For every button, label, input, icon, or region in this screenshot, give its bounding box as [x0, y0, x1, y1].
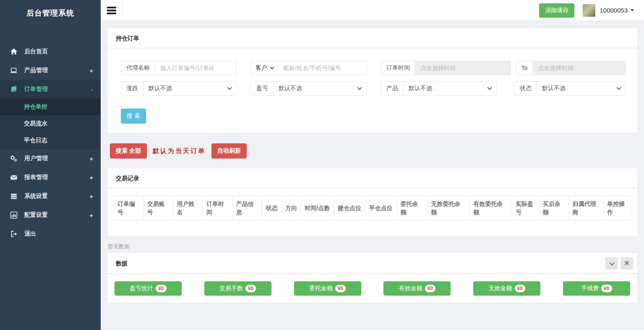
clear-cache-button[interactable]: 清除缓存	[539, 3, 574, 18]
order-time-to-group: To	[516, 61, 626, 75]
chevron-down-icon	[616, 85, 621, 90]
col-header: 归属代理商	[569, 196, 604, 221]
stat-profit-button[interactable]: 盈亏统计 ¥0	[115, 281, 182, 296]
stat-badge: ¥0	[156, 285, 166, 292]
close-button[interactable]: ✕	[621, 257, 633, 270]
customer-input[interactable]	[278, 61, 367, 75]
sidebar-item-system[interactable]: 系统设置 +	[0, 187, 101, 205]
sidebar-item-label: 配置设置	[24, 211, 48, 219]
stat-badge: ¥0	[245, 285, 256, 292]
sidebar-item-label: 产品管理	[24, 67, 48, 74]
main-area: 清除缓存 10000053 持仓订单 代理名称	[101, 0, 644, 330]
close-icon: ✕	[624, 260, 629, 267]
records-header-row: 订单编号 交易账号 用户姓名 订单时间 产品信息 状态 方向 时间/点数 建仓点…	[114, 196, 631, 221]
bar-chart-icon	[10, 211, 18, 219]
sidebar-item-trade-flow[interactable]: 交易流水	[0, 115, 101, 132]
sidebar-item-close-log[interactable]: 平仓日志	[0, 132, 101, 149]
sidebar-item-reports[interactable]: 报表管理 +	[0, 168, 101, 187]
product-field-group: 产品 默认不选	[381, 81, 497, 96]
updown-select[interactable]: 默认不选	[143, 81, 237, 96]
stat-valid-button[interactable]: 有效金额 ¥0	[383, 281, 451, 296]
stat-fee-button[interactable]: 手续费 ¥0	[563, 281, 630, 296]
chevron-down-icon	[357, 85, 362, 90]
col-header: 用户姓名	[173, 196, 203, 221]
username: 10000053	[600, 7, 628, 14]
caret-down-icon	[631, 9, 634, 11]
stat-badge: ¥0	[601, 285, 612, 292]
stat-entrust-button[interactable]: 委托金额 ¥0	[294, 281, 361, 296]
user-avatar[interactable]	[583, 4, 595, 17]
chevron-down-icon	[487, 85, 492, 90]
sidebar-item-label: 退出	[24, 230, 36, 238]
status-select[interactable]: 默认不选	[537, 81, 626, 96]
menu-toggle-button[interactable]	[101, 0, 123, 21]
collapse-button[interactable]	[605, 257, 618, 270]
data-panel-title: 数据	[116, 257, 128, 270]
orders-submenu: 持仓单控 交易流水 平仓日志	[0, 99, 101, 149]
order-time-range: 订单时间 To	[381, 61, 626, 75]
auto-refresh-button[interactable]: 自动刷新	[211, 143, 247, 159]
sidebar-item-config[interactable]: 配置设置 +	[0, 205, 101, 224]
agent-label: 代理名称	[121, 61, 155, 75]
product-select[interactable]: 默认不选	[403, 81, 497, 96]
sidebar-item-label: 持仓单控	[24, 103, 47, 111]
stat-badge: ¥0	[425, 285, 435, 292]
default-today-note: 默认为当天订单	[153, 147, 206, 155]
search-button[interactable]: 搜 索	[121, 109, 146, 124]
chevron-down-icon	[609, 260, 615, 265]
order-time-from-input[interactable]	[415, 61, 511, 75]
product-label: 产品	[381, 81, 403, 96]
profit-field-group: 盈亏 默认不选	[251, 81, 367, 96]
sidebar-item-position-control[interactable]: 持仓单控	[0, 99, 101, 115]
updown-field-group: 涨跌 默认不选	[121, 81, 237, 96]
user-menu[interactable]: 10000053	[600, 7, 634, 14]
order-time-label: 订单时间	[381, 61, 415, 75]
stat-badge: ¥0	[515, 285, 525, 292]
status-label: 状态	[514, 81, 537, 96]
book-icon	[10, 85, 18, 93]
customer-field-group: 客户	[251, 61, 367, 75]
order-time-to-input[interactable]	[532, 61, 626, 75]
col-header: 买后余额	[539, 196, 569, 221]
sidebar-item-label: 订单管理	[24, 86, 48, 93]
col-header: 有效委托余额	[470, 196, 512, 221]
records-panel-title: 交易记录	[116, 175, 139, 182]
actions-row: 搜索 全部 默认为当天订单 自动刷新	[110, 143, 638, 159]
profit-select[interactable]: 默认不选	[273, 81, 367, 96]
col-header: 状态	[262, 196, 282, 221]
sidebar-item-label: 报表管理	[24, 174, 48, 181]
sidebar-item-logout[interactable]: 退出	[0, 224, 101, 243]
search-all-button[interactable]: 搜索 全部	[110, 143, 147, 159]
sidebar-item-label: 系统设置	[24, 192, 48, 200]
sign-out-icon	[10, 230, 18, 238]
sidebar-item-label: 平仓日志	[24, 137, 47, 144]
stat-invalid-button[interactable]: 无效金额 ¥0	[473, 281, 540, 296]
sidebar-item-users[interactable]: 用户管理 +	[0, 149, 101, 168]
topbar: 清除缓存 10000053	[101, 0, 644, 21]
data-panel-header: 数据 ✕	[107, 253, 637, 274]
customer-select[interactable]: 客户	[251, 61, 278, 75]
col-header: 订单时间	[203, 196, 233, 221]
data-panel-tools: ✕	[605, 257, 633, 270]
sidebar-item-label: 后台首页	[24, 48, 48, 55]
sidebar-item-home[interactable]: 后台首页	[0, 42, 101, 61]
updown-label: 涨跌	[121, 81, 143, 96]
to-label: To	[516, 61, 533, 75]
data-panel: 数据 ✕ 盈亏统计 ¥0 交易手数 ¥0 委托金额 ¥0	[107, 252, 638, 303]
sidebar-nav: 后台首页 产品管理 + 订单管理 - 持仓单控 交易流水	[0, 42, 101, 243]
stat-lots-button[interactable]: 交易手数 ¥0	[204, 281, 271, 296]
minus-icon: -	[91, 86, 93, 93]
positions-panel-title: 持仓订单	[116, 35, 139, 42]
plus-icon: +	[89, 174, 93, 181]
col-header: 方向	[282, 196, 301, 221]
sidebar-item-products[interactable]: 产品管理 +	[0, 61, 101, 80]
list-icon	[10, 192, 18, 200]
empty-data-text: 暂无数据	[108, 243, 638, 250]
chevron-down-icon	[227, 85, 232, 90]
profit-label: 盈亏	[251, 81, 273, 96]
sidebar-item-orders[interactable]: 订单管理 -	[0, 80, 101, 99]
records-table-wrap: 订单编号 交易账号 用户姓名 订单时间 产品信息 状态 方向 时间/点数 建仓点…	[107, 188, 637, 236]
agent-input[interactable]	[155, 61, 237, 75]
col-header: 实际盈亏	[512, 196, 540, 221]
hamburger-icon	[107, 7, 116, 14]
